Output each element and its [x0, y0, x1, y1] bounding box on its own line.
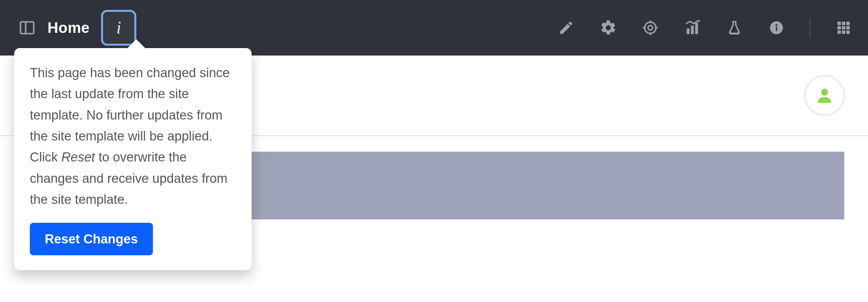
- svg-rect-14: [837, 22, 841, 25]
- target-icon[interactable]: [642, 19, 659, 37]
- breadcrumb-title[interactable]: Home: [47, 19, 90, 36]
- info-button-char: i: [116, 19, 121, 37]
- user-avatar[interactable]: [804, 75, 845, 116]
- header-left-group: Home i: [18, 10, 136, 46]
- popover-text-em: Reset: [61, 150, 95, 164]
- svg-rect-8: [687, 28, 689, 34]
- user-icon: [815, 86, 834, 105]
- popover-text-part1: This page has been changed since the las…: [30, 66, 230, 164]
- svg-rect-10: [695, 23, 698, 34]
- svg-point-13: [775, 24, 777, 26]
- svg-rect-15: [842, 22, 845, 25]
- info-popover: This page has been changed since the las…: [14, 48, 252, 270]
- info-circle-icon[interactable]: [768, 19, 785, 37]
- beaker-icon[interactable]: [726, 19, 743, 37]
- svg-rect-9: [691, 26, 694, 34]
- svg-rect-16: [846, 22, 850, 25]
- svg-rect-22: [846, 30, 850, 34]
- sidebar-toggle-icon[interactable]: [18, 19, 36, 37]
- svg-rect-20: [837, 30, 841, 34]
- pencil-icon[interactable]: [557, 19, 575, 37]
- toolbar-divider: [810, 18, 810, 37]
- header-actions: [557, 18, 852, 37]
- svg-rect-17: [837, 26, 841, 29]
- gear-icon[interactable]: [599, 19, 617, 37]
- svg-rect-18: [842, 26, 845, 29]
- svg-point-3: [648, 25, 652, 30]
- svg-rect-21: [842, 30, 845, 34]
- svg-rect-0: [21, 22, 34, 34]
- svg-point-23: [821, 89, 828, 95]
- chart-icon[interactable]: [684, 19, 701, 37]
- svg-rect-12: [776, 26, 777, 31]
- svg-point-2: [645, 22, 656, 33]
- svg-rect-19: [846, 26, 850, 29]
- apps-grid-icon[interactable]: [835, 19, 852, 37]
- reset-changes-button[interactable]: Reset Changes: [30, 223, 153, 255]
